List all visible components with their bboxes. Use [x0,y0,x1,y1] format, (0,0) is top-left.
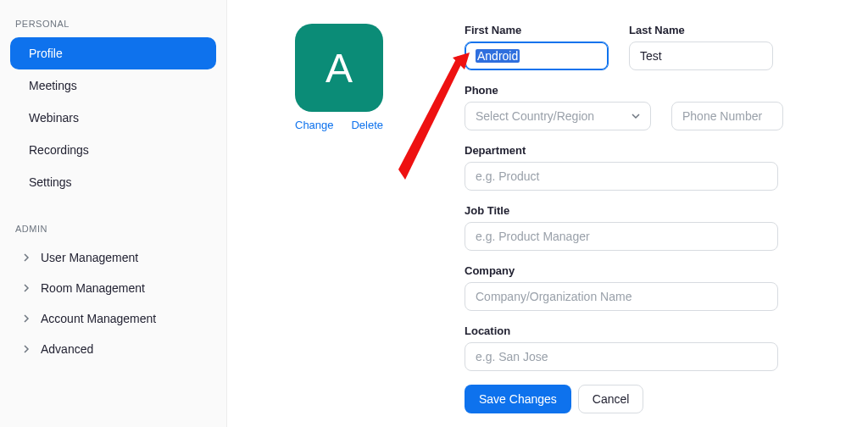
phone-label: Phone [465,84,778,97]
sidebar-item-user-management[interactable]: User Management [10,242,216,273]
profile-form: First Name Android Last Name Test Phone … [465,24,778,413]
first-name-field[interactable]: Android [465,42,609,70]
sidebar-item-room-management[interactable]: Room Management [10,273,216,303]
avatar-letter: A [326,45,353,92]
sidebar-item-settings[interactable]: Settings [10,166,216,198]
sidebar-section-personal: PERSONAL [0,14,226,37]
location-label: Location [465,324,778,337]
cancel-button[interactable]: Cancel [578,385,644,413]
form-buttons: Save Changes Cancel [465,385,778,413]
company-field[interactable]: Company/Organization Name [465,282,778,311]
location-field[interactable]: e.g. San Jose [465,342,778,371]
location-placeholder: e.g. San Jose [476,350,548,363]
chevron-right-icon [22,314,34,323]
avatar-column: A Change Delete [295,24,390,131]
cancel-button-label: Cancel [593,392,630,406]
sidebar-item-label: Settings [29,175,72,189]
sidebar-section-admin: ADMIN [0,219,226,242]
company-label: Company [465,264,778,277]
svg-marker-1 [398,56,463,180]
sidebar-admin-group: User Management Room Management Account … [0,242,226,385]
department-label: Department [465,144,778,157]
sidebar-item-label: Recordings [29,143,89,157]
first-name-value: Android [476,49,520,63]
sidebar-item-recordings[interactable]: Recordings [10,134,216,166]
chevron-right-icon [22,253,34,262]
main-content: A Change Delete First Name Android Last … [227,0,868,427]
sidebar-item-webinars[interactable]: Webinars [10,102,216,134]
job-title-placeholder: e.g. Product Manager [476,230,590,243]
avatar[interactable]: A [295,24,383,112]
save-button[interactable]: Save Changes [465,385,571,413]
department-field[interactable]: e.g. Product [465,162,778,191]
first-name-label: First Name [465,24,609,36]
sidebar-item-meetings[interactable]: Meetings [10,69,216,102]
sidebar-item-label: Profile [29,47,63,60]
company-placeholder: Company/Organization Name [476,290,632,303]
phone-country-select[interactable]: Select Country/Region [465,102,651,130]
last-name-field[interactable]: Test [629,42,773,70]
avatar-change-link[interactable]: Change [295,119,334,131]
department-placeholder: e.g. Product [476,169,540,183]
sidebar-personal-group: Profile Meetings Webinars Recordings Set… [0,37,226,219]
sidebar-item-label: User Management [41,251,138,264]
chevron-down-icon [632,109,640,123]
avatar-delete-link[interactable]: Delete [351,119,383,131]
sidebar-item-account-management[interactable]: Account Management [10,303,216,334]
sidebar-item-advanced[interactable]: Advanced [10,334,216,364]
sidebar-item-label: Advanced [41,342,93,356]
sidebar-item-label: Account Management [41,312,156,325]
sidebar: PERSONAL Profile Meetings Webinars Recor… [0,0,227,427]
annotation-arrow-icon [395,51,471,186]
phone-number-field[interactable]: Phone Number [671,102,783,130]
job-title-field[interactable]: e.g. Product Manager [465,222,778,251]
sidebar-item-label: Webinars [29,111,79,125]
save-button-label: Save Changes [479,392,557,406]
chevron-right-icon [22,284,34,292]
last-name-value: Test [640,49,662,63]
phone-country-placeholder: Select Country/Region [476,109,594,123]
avatar-actions: Change Delete [295,119,383,131]
sidebar-item-label: Meetings [29,79,77,92]
last-name-label: Last Name [629,24,773,36]
phone-number-placeholder: Phone Number [682,109,762,123]
job-title-label: Job Title [465,204,778,217]
sidebar-item-profile[interactable]: Profile [10,37,216,69]
sidebar-item-label: Room Management [41,281,145,295]
chevron-right-icon [22,345,34,353]
